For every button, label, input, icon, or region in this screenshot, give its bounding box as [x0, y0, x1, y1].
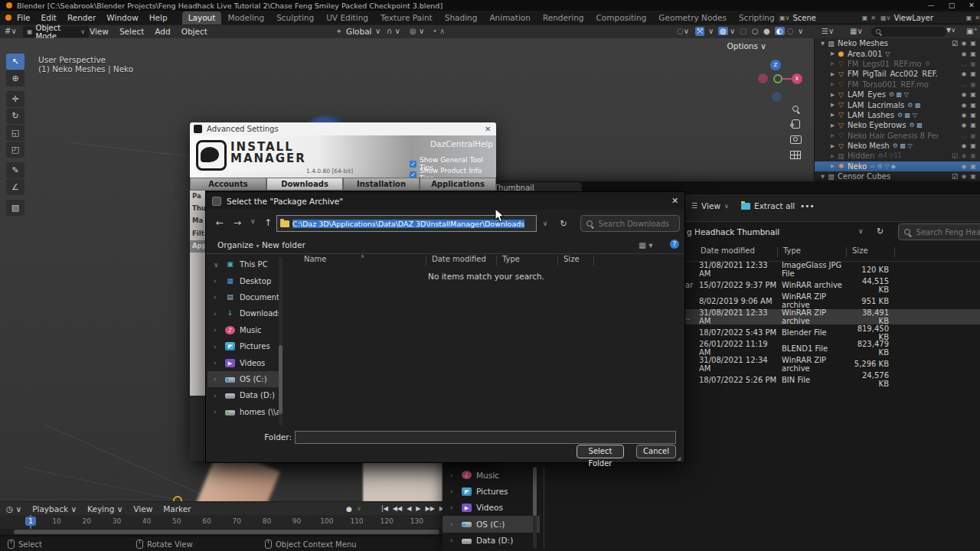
chevron-icon[interactable]: ›: [214, 293, 225, 301]
workspace-tab[interactable]: UV Editing: [320, 11, 374, 24]
tree-item[interactable]: › Videos: [207, 354, 279, 370]
outliner-row[interactable]: ▶ ▽ LAM_Lashes ⚙ ▩ ▽ ☑ ◉ ▣: [815, 110, 980, 120]
file-row[interactable]: ar 15/07/2022 9:37 PM WinRAR archive 44,…: [684, 278, 980, 294]
view-mode-icon[interactable]: ▦ ▾: [639, 240, 653, 249]
menu-item[interactable]: Window: [101, 12, 143, 23]
visibility-eye-icon[interactable]: ◉: [959, 51, 969, 57]
expand-icon[interactable]: ▶: [828, 60, 837, 67]
scene-unlink-icon[interactable]: ✕: [871, 15, 876, 21]
nav-scrollbar[interactable]: [533, 467, 537, 549]
tree-item[interactable]: › Downloads: [207, 305, 279, 321]
render-camera-icon[interactable]: ▣: [969, 70, 978, 77]
refresh-icon[interactable]: ↻: [555, 215, 572, 232]
collection-checkbox[interactable]: ☑: [952, 152, 958, 160]
chevron-icon[interactable]: ›: [214, 392, 225, 399]
outliner-row[interactable]: ▶ ▽ Neko Hair Genesis 8 Fema ☑ ◡ ▣: [815, 131, 980, 141]
workspace-tab[interactable]: Shading: [439, 11, 484, 24]
dialog-search-input[interactable]: [597, 219, 674, 229]
workspace-tab[interactable]: Geometry Nodes: [652, 11, 733, 24]
shading-rendered-icon[interactable]: ◌: [787, 27, 794, 35]
visibility-eye-icon[interactable]: ◉: [959, 142, 969, 149]
render-camera-icon[interactable]: ▣: [969, 152, 978, 159]
column-size[interactable]: Size: [852, 246, 868, 255]
workspace-tab[interactable]: Texture Paint: [374, 11, 439, 24]
annotate-tool[interactable]: ✎: [6, 162, 24, 178]
expand-icon[interactable]: ▶: [828, 81, 837, 87]
gizmo-z-neg[interactable]: [772, 92, 782, 102]
playback-button[interactable]: ▶▶: [425, 505, 434, 512]
select-folder-button[interactable]: Select Folder: [577, 445, 624, 458]
object-name[interactable]: Neko Meshes: [838, 39, 888, 47]
shading-wireframe-icon[interactable]: ○: [752, 27, 759, 35]
extra-tool-icon[interactable]: • ∧: [433, 27, 445, 35]
viewport-menu-item[interactable]: Object: [178, 27, 211, 36]
expand-icon[interactable]: ▶: [828, 71, 837, 77]
cancel-button[interactable]: Cancel: [636, 445, 676, 458]
outliner-row[interactable]: ▶ ▽ LAM_Eyes ⚙ ▩ ▽ ☑ ◉ ▣: [815, 90, 980, 99]
workspace-tab[interactable]: Scripting: [733, 11, 781, 24]
mesh-panel-object[interactable]: [363, 461, 443, 501]
gizmo-caret[interactable]: ∨: [708, 27, 714, 35]
outliner-row[interactable]: ▶ ▥ Hidden ⚙4 ▽11 ☑ ◉ ▣: [815, 151, 980, 161]
chevron-icon[interactable]: ›: [214, 277, 225, 285]
expand-icon[interactable]: ▶: [828, 163, 837, 169]
nav-scroll-thumb[interactable]: [533, 467, 537, 516]
outliner-row[interactable]: ▼ ▥ Censor Cubes ☑ ◉ ▣: [815, 171, 980, 181]
viewport-menu-item[interactable]: Select: [116, 27, 148, 36]
timeline-editor-icon[interactable]: ◷ ∨: [6, 504, 21, 514]
folder-name-input[interactable]: [295, 431, 676, 444]
collection-checkbox[interactable]: ☑: [952, 40, 958, 47]
measure-tool[interactable]: ∠: [6, 179, 24, 195]
column-size[interactable]: Size: [564, 255, 580, 263]
explorer-breadcrumb[interactable]: g Headhack Thumbnail: [687, 227, 779, 236]
transform-orientation[interactable]: Global: [346, 27, 372, 36]
playback-button[interactable]: ▶: [416, 505, 420, 512]
viewport-menu-item[interactable]: View: [86, 27, 113, 36]
dialog-search[interactable]: [580, 215, 680, 232]
render-camera-icon[interactable]: ▣: [969, 122, 978, 129]
daz-tab[interactable]: Installation: [343, 178, 420, 191]
object-name[interactable]: LAM_Lacrimals: [848, 101, 904, 109]
workspace-tab[interactable]: Animation: [483, 11, 537, 24]
proportional-edit-icon[interactable]: ◎ ∨: [410, 27, 424, 35]
column-type[interactable]: Type: [502, 255, 520, 263]
outliner-row[interactable]: ▶ ✱ Neko ≈ ⚙ ▽ ◆ ☑ ◉ ▣: [815, 161, 980, 171]
visibility-eye-icon[interactable]: ◉: [959, 40, 969, 47]
render-camera-icon[interactable]: ▣: [969, 142, 978, 149]
cursor-tool[interactable]: ⊕: [6, 70, 24, 86]
daz-close-icon[interactable]: ✕: [485, 125, 491, 133]
outliner-row[interactable]: ▶ ▽ FM_Legs01_REF.mo ⚙ ☑ ◡ ▣: [815, 59, 980, 69]
extract-all-button[interactable]: Extract all: [741, 201, 795, 210]
tree-item[interactable]: › Documents: [207, 289, 279, 305]
options-dropdown[interactable]: Options ∨: [727, 41, 766, 51]
daz-tab[interactable]: Applications: [420, 178, 496, 191]
new-collection-icon[interactable]: ▣⁺: [966, 27, 978, 35]
editor-type-icon[interactable]: #∨: [5, 27, 17, 35]
object-name[interactable]: Neko Hair Genesis 8 Fema: [848, 132, 938, 140]
chevron-icon[interactable]: ›: [450, 487, 462, 495]
scale-tool[interactable]: ◱: [6, 125, 24, 141]
file-row[interactable]: 18/07/2022 5:43 PM Blender File 819,450 …: [684, 324, 980, 341]
timeline-menu-item[interactable]: Marker: [163, 504, 191, 514]
outliner-row[interactable]: ▶ ▽ LAM_Lacrimals ⚙ ▩ ☑ ◉ ▣: [815, 99, 980, 109]
chevron-icon[interactable]: ›: [450, 504, 462, 511]
timeline-menu-item[interactable]: Keying ∨: [87, 504, 122, 514]
camera-view-icon[interactable]: [787, 132, 804, 147]
expand-icon[interactable]: ▶: [828, 153, 837, 159]
daz-titlebar[interactable]: Advanced Settings ✕: [190, 122, 496, 135]
tree-scroll-thumb[interactable]: [279, 345, 283, 414]
object-name[interactable]: Area.001: [848, 50, 882, 58]
render-camera-icon[interactable]: ▣: [969, 40, 978, 47]
tree-scrollbar[interactable]: [279, 257, 283, 425]
gizmo-toggle-icon[interactable]: ⤧: [695, 27, 704, 36]
outliner-row[interactable]: ▶ ● Area.001 ▽ ☑ ◉ ▣: [815, 48, 980, 58]
pane-divider[interactable]: [544, 467, 544, 549]
organize-button[interactable]: Organize ▾: [217, 240, 259, 249]
visibility-eye-icon[interactable]: ◉: [959, 102, 969, 109]
expand-icon[interactable]: ▶: [828, 51, 837, 57]
expand-icon[interactable]: ▶: [828, 92, 837, 98]
maximize-button[interactable]: □: [943, 0, 960, 11]
render-camera-icon[interactable]: ▣: [969, 60, 978, 67]
back-icon[interactable]: ←: [216, 217, 224, 228]
timeline-menu-item[interactable]: Playback ∨: [32, 504, 77, 514]
